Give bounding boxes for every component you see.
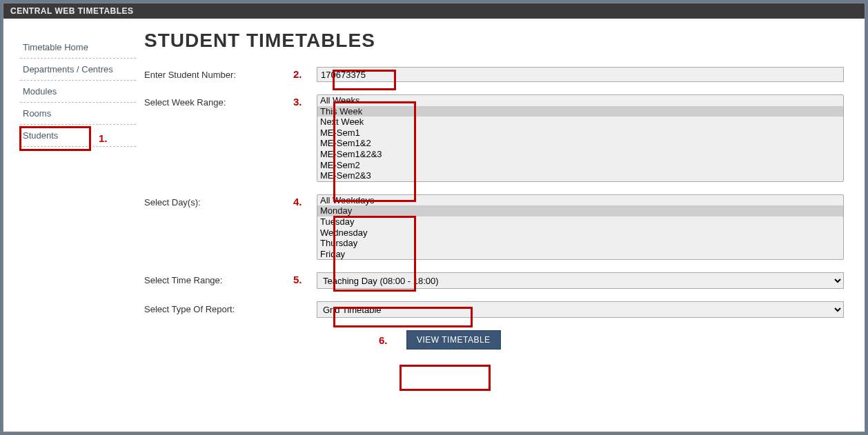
sidebar: Timetable Home Departments / Centres Mod…: [10, 27, 141, 350]
row-student-number: Enter Student Number: 2.: [144, 67, 844, 82]
report-type-select[interactable]: Grid Timetable: [317, 301, 844, 318]
row-days: Select Day(s): 4. All WeekdaysMondayTues…: [144, 194, 844, 261]
sidebar-item-students[interactable]: Students: [20, 125, 136, 147]
content-area: STUDENT TIMETABLES Enter Student Number:…: [141, 27, 858, 350]
annotation-3: 3.: [289, 94, 317, 108]
page-title: STUDENT TIMETABLES: [144, 30, 844, 52]
time-range-select[interactable]: Teaching Day (08:00 - 18:00): [317, 272, 844, 289]
label-time-range: Select Time Range:: [144, 272, 289, 285]
label-student-number: Enter Student Number:: [144, 67, 289, 80]
main-layout: Timetable Home Departments / Centres Mod…: [3, 19, 865, 350]
student-number-input[interactable]: [317, 67, 844, 82]
label-days: Select Day(s):: [144, 194, 289, 208]
label-report-type: Select Type Of Report:: [144, 301, 289, 314]
submit-row: 6. VIEW TIMETABLE: [144, 330, 844, 350]
window-title-bar: CENTRAL WEB TIMETABLES: [3, 3, 865, 19]
app-window: CENTRAL WEB TIMETABLES Timetable Home De…: [3, 3, 865, 432]
view-timetable-button[interactable]: VIEW TIMETABLE: [406, 330, 501, 350]
sidebar-item-departments[interactable]: Departments / Centres: [20, 59, 136, 81]
row-report-type: Select Type Of Report: Grid Timetable: [144, 301, 844, 318]
row-time-range: Select Time Range: 5. Teaching Day (08:0…: [144, 272, 844, 289]
days-listbox[interactable]: All WeekdaysMondayTuesdayWednesdayThursd…: [317, 194, 844, 261]
highlight-box-6: [400, 365, 491, 391]
annotation-2: 2.: [289, 67, 317, 80]
label-week-range: Select Week Range:: [144, 94, 289, 108]
annotation-4: 4.: [289, 194, 317, 208]
sidebar-item-rooms[interactable]: Rooms: [20, 103, 136, 125]
annotation-6: 6.: [379, 334, 406, 346]
sidebar-item-modules[interactable]: Modules: [20, 81, 136, 103]
row-week-range: Select Week Range: 3. All WeeksThis Week…: [144, 94, 844, 182]
annotation-5: 5.: [289, 272, 317, 285]
annotation-1: 1.: [99, 132, 108, 144]
annotation-blank: [289, 301, 317, 303]
week-range-listbox[interactable]: All WeeksThis WeekNext WeekME-Sem1ME-Sem…: [317, 94, 844, 182]
sidebar-item-timetable-home[interactable]: Timetable Home: [20, 37, 136, 59]
